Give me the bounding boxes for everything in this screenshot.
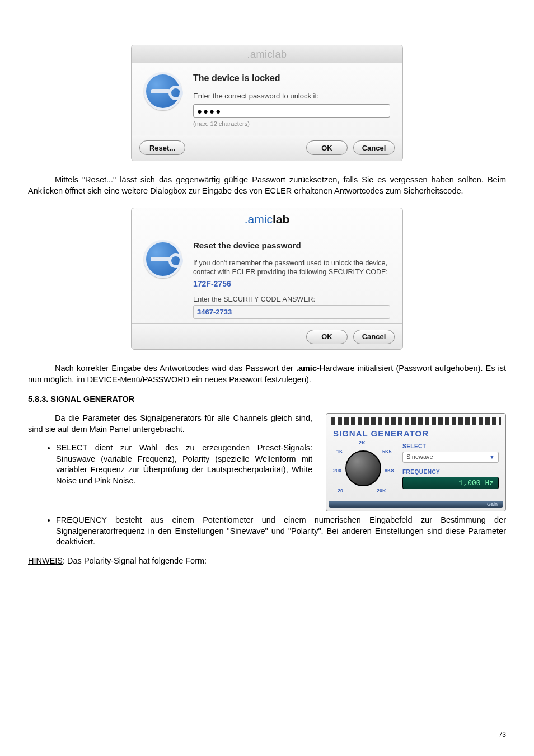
select-value: Sinewave (406, 453, 433, 461)
cancel-button[interactable]: Cancel (353, 330, 395, 344)
ok-button[interactable]: OK (306, 140, 348, 155)
select-dropdown[interactable]: Sinewave ▼ (402, 452, 499, 463)
select-label: SELECT (402, 443, 499, 450)
lock-dialog-titlebar: .amiclab (132, 45, 402, 63)
hinweis-text: : Das Polarity-Signal hat folgende Form: (63, 556, 207, 565)
frequency-label: FREQUENCY (402, 468, 499, 476)
hinweis: HINWEIS: Das Polarity-Signal hat folgend… (28, 556, 506, 567)
brand-amic: .amic (245, 213, 273, 226)
bullet-select: SELECT dient zur Wahl des zu erzeugenden… (56, 443, 312, 486)
brand-lab: lab (273, 213, 289, 226)
reset-title: Reset the device password (193, 240, 390, 251)
paragraph-1: Mittels "Reset..." lässt sich das gegenw… (28, 175, 506, 196)
key-icon (144, 72, 182, 110)
dial-knob[interactable] (345, 450, 381, 486)
reset-dialog: .amiclab Reset the device password If yo… (131, 208, 403, 350)
lock-title: The device is locked (193, 72, 390, 84)
tick-8k8: 8K8 (385, 467, 394, 474)
paragraph-3: Da die Parameter des Signalgenerators fü… (28, 413, 312, 435)
signal-generator-title: SIGNAL GENERATOR (333, 428, 499, 439)
hinweis-label: HINWEIS (28, 556, 63, 565)
reset-info: If you don't remember the password used … (193, 259, 390, 277)
signal-generator-panel: SIGNAL GENERATOR 200 1K 2K 5K5 8K8 20 20… (326, 413, 506, 511)
chevron-down-icon: ▼ (489, 453, 495, 461)
panel-footer: Gain (329, 501, 503, 508)
lock-dialog: .amiclab The device is locked Enter the … (131, 45, 403, 161)
panel-grip-bar (331, 417, 501, 425)
answer-label: Enter the SECURITY CODE ANSWER: (193, 295, 390, 304)
security-code: 172F-2756 (193, 279, 390, 289)
section-heading: 5.8.3. SIGNAL GENERATOR (28, 394, 506, 405)
security-answer-input[interactable] (193, 305, 390, 319)
paragraph-2: Nach korrekter Eingabe des Antwortcodes … (28, 363, 506, 385)
p2-b: .amic (296, 364, 317, 373)
bullet-frequency: FREQUENCY besteht aus einem Potentiomete… (56, 515, 506, 548)
reset-dialog-titlebar: .amiclab (132, 208, 402, 231)
cancel-button[interactable]: Cancel (353, 140, 395, 155)
tick-20k: 20K (377, 487, 386, 494)
frequency-dial[interactable]: 200 1K 2K 5K5 8K8 20 20K (333, 440, 395, 496)
tick-200: 200 (333, 467, 341, 474)
ok-button[interactable]: OK (306, 330, 348, 344)
key-icon (144, 240, 182, 278)
password-input[interactable] (193, 104, 390, 118)
lock-prompt: Enter the correct password to unlock it: (193, 91, 390, 101)
p2-a: Nach korrekter Eingabe des Antwortcodes … (55, 364, 296, 373)
password-hint: (max. 12 characters) (193, 120, 390, 128)
reset-button[interactable]: Reset... (139, 140, 185, 155)
frequency-display[interactable]: 1,000 Hz (402, 477, 499, 489)
tick-1k: 1K (336, 448, 343, 455)
tick-5k5: 5K5 (382, 448, 392, 455)
tick-2k: 2K (359, 439, 366, 446)
tick-20: 20 (338, 487, 343, 494)
page-number: 73 (499, 730, 506, 739)
